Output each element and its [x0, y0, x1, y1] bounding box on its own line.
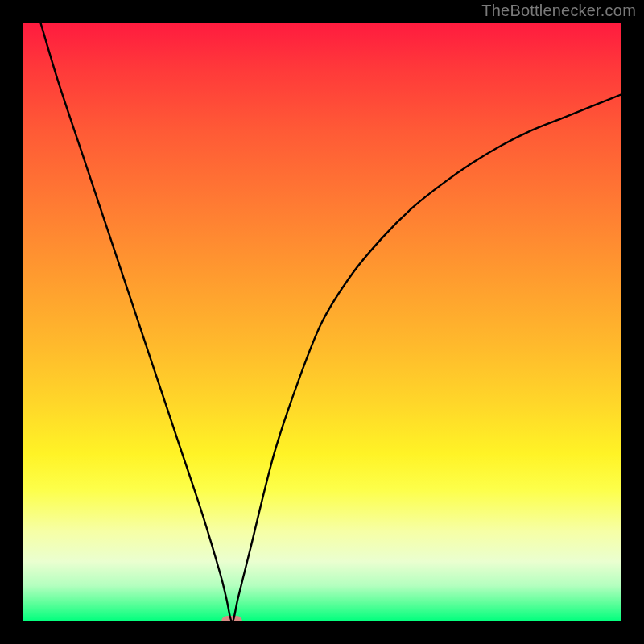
plot-area — [23, 23, 621, 621]
attribution-label: TheBottlenecker.com — [481, 2, 636, 20]
bottleneck-curve — [23, 23, 621, 621]
chart-frame: TheBottlenecker.com — [0, 0, 644, 644]
